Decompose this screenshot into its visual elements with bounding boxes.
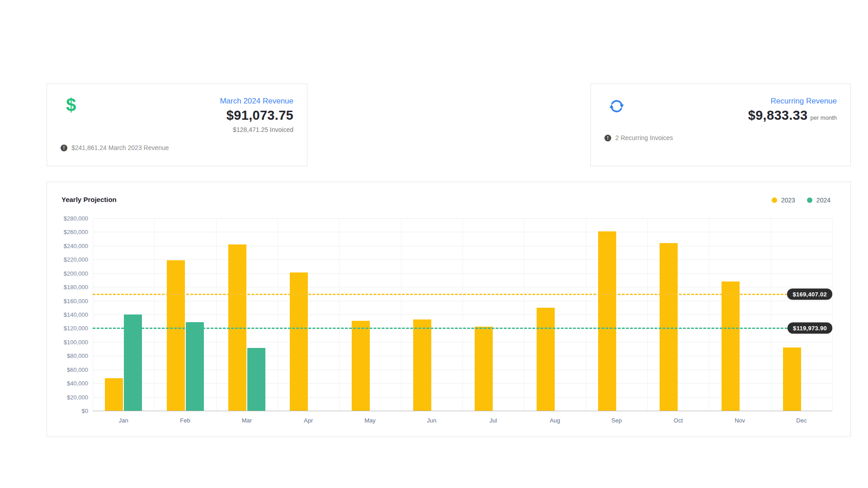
bar-2023-jun[interactable] (413, 319, 431, 411)
x-gridline (93, 218, 93, 411)
x-axis-label-aug: Aug (550, 417, 560, 424)
bar-2023-jul[interactable] (475, 327, 493, 411)
legend-label-2023: 2023 (781, 197, 795, 204)
x-gridline (524, 218, 524, 411)
ref-line-2024 (93, 328, 832, 329)
y-axis-tick-label: $140,000 (64, 311, 88, 318)
y-axis-tick-label: $20,000 (67, 394, 88, 400)
yearly-projection-card: Yearly Projection 20232024 $0$20,000$40,… (47, 182, 851, 437)
march-revenue-title: March 2024 Revenue (220, 97, 293, 106)
recurring-amount-suffix: per month (810, 114, 837, 121)
bar-2023-dec[interactable] (783, 347, 801, 411)
x-axis-label-jan: Jan (119, 417, 128, 424)
x-gridline (586, 218, 586, 411)
x-gridline (278, 218, 278, 411)
x-axis-label-jul: Jul (490, 417, 497, 424)
y-axis-tick-label: $80,000 (67, 352, 88, 359)
y-axis-tick-label: $60,000 (67, 366, 88, 373)
y-axis-tick-label: $240,000 (64, 242, 88, 249)
x-axis-line (93, 411, 832, 411)
y-axis-tick-label: $0 (82, 408, 88, 414)
info-icon: ! (604, 135, 611, 141)
x-axis-label-oct: Oct (674, 417, 683, 424)
x-gridline (154, 218, 155, 411)
bar-2023-sep[interactable] (598, 231, 616, 411)
march-revenue-amount: $91,073.75 (220, 108, 293, 123)
recurring-revenue-amount: $9,833.33per month (748, 108, 837, 123)
y-axis-tick-label: $120,000 (64, 325, 88, 332)
x-gridline (462, 218, 463, 411)
bar-2024-feb[interactable] (186, 322, 204, 411)
y-axis-tick-label: $160,000 (64, 297, 88, 304)
y-axis-tick-label: $180,000 (64, 284, 88, 291)
recurring-revenue-card: Recurring Revenue $9,833.33per month ! 2… (590, 84, 851, 166)
x-axis-label-dec: Dec (796, 417, 807, 424)
y-axis-tick-label: $220,000 (64, 256, 88, 263)
dollar-icon: $ (66, 95, 76, 115)
legend-item-2024[interactable]: 2024 (807, 197, 830, 204)
x-gridline (339, 218, 340, 411)
x-axis-label-sep: Sep (611, 417, 622, 424)
y-axis-tick-label: $280,000 (64, 215, 88, 222)
plot-area: $0$20,000$40,000$60,000$80,000$100,000$1… (93, 218, 832, 411)
legend-dot-2023 (772, 197, 777, 203)
chart-legend: 20232024 (772, 197, 830, 204)
bar-2023-oct[interactable] (660, 243, 678, 411)
legend-label-2024: 2024 (816, 197, 830, 204)
x-gridline (709, 218, 709, 411)
march-revenue-card: $ March 2024 Revenue $91,073.75 $128,471… (47, 84, 307, 166)
x-axis-label-feb: Feb (180, 417, 190, 424)
x-gridline (647, 218, 648, 411)
recurring-invoices-note: 2 Recurring Invoices (615, 134, 673, 141)
ref-line-2023 (93, 294, 832, 295)
x-axis-label-nov: Nov (735, 417, 745, 424)
legend-dot-2024 (807, 197, 812, 203)
march-invoiced-note: $128,471.25 Invoiced (220, 126, 293, 133)
chart-title: Yearly Projection (61, 196, 117, 203)
info-icon: ! (61, 145, 67, 151)
x-gridline (832, 218, 833, 411)
march-2023-revenue-note: $241,861.24 March 2023 Revenue (71, 144, 169, 151)
x-axis-label-apr: Apr (304, 417, 313, 424)
bar-2023-may[interactable] (352, 321, 370, 411)
bar-2023-aug[interactable] (537, 308, 555, 411)
legend-item-2023[interactable]: 2023 (772, 197, 795, 204)
x-axis-label-jun: Jun (427, 417, 436, 424)
ref-line-label-2023: $169,407.02 (787, 289, 832, 300)
x-gridline (771, 218, 771, 411)
ref-line-label-2024: $119,973.90 (788, 323, 832, 334)
bar-2023-feb[interactable] (167, 260, 185, 411)
y-axis-tick-label: $100,000 (64, 338, 88, 345)
x-gridline (216, 218, 217, 411)
y-axis-tick-label: $200,000 (64, 270, 88, 277)
y-axis-tick-label: $40,000 (67, 380, 88, 387)
bar-2024-mar[interactable] (247, 348, 265, 411)
bar-2023-nov[interactable] (722, 282, 740, 411)
sync-icon (608, 98, 625, 115)
recurring-revenue-title: Recurring Revenue (748, 97, 837, 106)
recurring-amount-value: $9,833.33 (748, 108, 808, 122)
bar-2023-jan[interactable] (105, 378, 123, 411)
x-axis-label-mar: Mar (242, 417, 252, 424)
x-gridline (401, 218, 401, 411)
y-axis-tick-label: $260,000 (64, 229, 88, 235)
x-axis-label-may: May (364, 417, 376, 424)
